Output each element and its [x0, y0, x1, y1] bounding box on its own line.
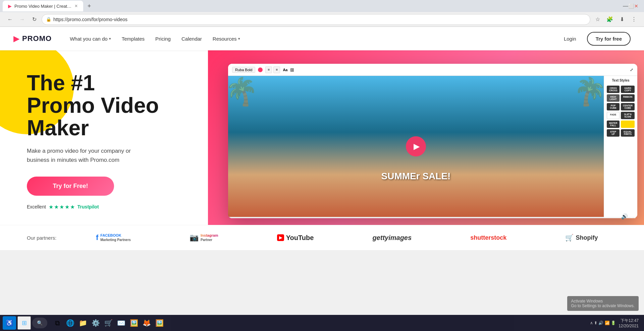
text-size-icon: Aa: [283, 68, 287, 72]
font-selector[interactable]: Ruba Bold: [232, 67, 255, 73]
activate-windows-line1: Activate Windows: [571, 299, 635, 303]
video-overlay-text: SUMMEr SALE!: [381, 171, 451, 182]
taskbar-gallery-icon[interactable]: 🖼️: [153, 317, 165, 329]
partners-logos: f FACEBOOK Marketing Partners 📷 Instagra…: [76, 233, 617, 242]
hero-left: The #1Promo VideoMaker Make a promo vide…: [0, 50, 208, 225]
editor-toolbar: Ruba Bold ≡ ≡ Aa ⊞ ⤢: [228, 64, 637, 76]
menu-button[interactable]: ⋮: [629, 15, 639, 24]
taskbar-explorer-icon[interactable]: 📁: [77, 317, 89, 329]
star-5: ★: [70, 204, 75, 210]
browser-tab[interactable]: ▶ Promo Video Maker | Create C... ✕: [3, 1, 83, 11]
nav-item-calendar[interactable]: Calendar: [177, 33, 207, 44]
nav-actions: Login Try for free: [558, 32, 631, 46]
text-style-ribbon[interactable]: RIBBON: [621, 94, 635, 102]
logo[interactable]: ▶ PROMO: [13, 34, 52, 43]
text-style-equal-parts[interactable]: EQUALPARTS: [621, 129, 635, 137]
expand-icon[interactable]: ⤢: [630, 67, 633, 72]
nav-label-templates: Templates: [122, 36, 145, 42]
minimize-button[interactable]: —: [623, 4, 628, 8]
align-center-icon[interactable]: ≡: [273, 66, 280, 73]
resources-chevron-icon: ▾: [238, 37, 240, 41]
tab-favicon: ▶: [8, 3, 12, 9]
text-style-hard-copy[interactable]: HARDCOPY: [621, 86, 635, 93]
partner-youtube: ▶ YouTube: [277, 234, 314, 242]
text-style-center-cube[interactable]: CENTERCUBE: [621, 103, 635, 110]
grid-icon[interactable]: ⊞: [290, 67, 294, 73]
star-1: ★: [49, 204, 53, 210]
text-style-pop-cube[interactable]: POPCUBE: [607, 103, 620, 110]
text-style-waterfall[interactable]: WATERFALL: [607, 121, 620, 128]
login-button[interactable]: Login: [558, 33, 582, 44]
back-button[interactable]: ←: [5, 15, 15, 24]
nav-item-resources[interactable]: Resources ▾: [208, 33, 245, 44]
taskbar-mail-icon[interactable]: ✉️: [115, 317, 127, 329]
text-style-yellow[interactable]: [621, 121, 635, 128]
hero-subtitle: Make a promo video for your company or b…: [27, 146, 148, 164]
youtube-icon: ▶: [277, 234, 284, 241]
hero-section: The #1Promo VideoMaker Make a promo vide…: [0, 50, 644, 225]
address-bar[interactable]: [53, 17, 586, 22]
address-bar-container: 🔒: [42, 14, 590, 25]
excellent-label: Excellent: [27, 204, 46, 209]
extensions-button[interactable]: 🧩: [605, 15, 614, 24]
play-button[interactable]: ▶: [406, 136, 426, 156]
text-style-slip-slide[interactable]: SLIP'NSLIDE: [621, 112, 635, 119]
text-styles-grid: CRISSCROSS HARDCOPY HIGHLIGHT RIBBON POP…: [607, 86, 635, 137]
maximize-button[interactable]: ⬜: [629, 4, 633, 8]
hero-cta-button[interactable]: Try for Free!: [27, 177, 114, 196]
taskbar: ♿ ⊞ 🔍 ⧉ 🌐 📁 ⚙️ 🛒 ✉️ 🖼️ 🦊 🖼️ ∧ ⬆ 🔊 📶 🔋 下午…: [0, 315, 644, 331]
text-style-step-up[interactable]: STEPUP: [607, 129, 620, 137]
taskbar-firefox-icon[interactable]: 🦊: [141, 317, 153, 329]
instagram-label-1: Instagram: [201, 233, 218, 238]
fullscreen-icon[interactable]: ⛶: [631, 213, 636, 220]
shutterstock-label: shutterstock: [470, 234, 506, 241]
download-button[interactable]: ⬇: [617, 15, 627, 24]
start-button[interactable]: ⊞: [17, 316, 31, 330]
accessibility-icon[interactable]: ♿: [3, 316, 16, 330]
taskbar-right: ∧ ⬆ 🔊 📶 🔋 下午12:47 12/20/2021: [590, 318, 641, 328]
taskbar-view-button[interactable]: ⧉: [51, 317, 63, 329]
system-tray: ∧ ⬆ 🔊 📶 🔋: [590, 321, 616, 325]
color-picker-dot[interactable]: [258, 67, 263, 72]
partners-section: Our partners: f FACEBOOK Marketing Partn…: [0, 225, 644, 250]
text-style-criss-cross[interactable]: CRISSCROSS: [607, 86, 620, 93]
nav-item-what-you-can-do[interactable]: What you can do ▾: [65, 33, 116, 44]
format-buttons: ≡ ≡: [265, 66, 280, 73]
taskbar-search-icon: 🔍: [37, 320, 43, 326]
nav-item-pricing[interactable]: Pricing: [151, 33, 175, 44]
nav-label-resources: Resources: [213, 36, 237, 42]
text-style-fade[interactable]: FADE: [607, 112, 620, 119]
clock[interactable]: 下午12:47 12/20/2021: [619, 318, 639, 328]
text-style-high-light[interactable]: HIGHLIGHT: [607, 94, 620, 102]
facebook-icon: f: [96, 233, 98, 242]
taskbar-search[interactable]: 🔍: [32, 318, 47, 328]
activate-windows-line2: Go to Settings to activate Windows.: [571, 303, 635, 308]
partner-getty: gettyimages: [372, 234, 412, 242]
new-tab-button[interactable]: +: [85, 1, 94, 11]
refresh-button[interactable]: ↻: [30, 15, 39, 24]
volume-icon[interactable]: 🔊: [621, 213, 628, 220]
tab-bar: ▶ Promo Video Maker | Create C... ✕ + — …: [0, 0, 644, 12]
align-left-icon[interactable]: ≡: [265, 66, 272, 73]
editor-body: 🌴 🌴 SUMMEr SALE! ▶ Save: [228, 76, 637, 217]
close-button[interactable]: ✕: [634, 4, 639, 8]
star-rating: ★ ★ ★ ★ ★: [49, 204, 75, 210]
tab-close-button[interactable]: ✕: [74, 4, 78, 8]
instagram-label-2: Partner: [201, 238, 218, 242]
forward-button[interactable]: →: [17, 15, 27, 24]
taskbar-photos-icon[interactable]: 🖼️: [128, 317, 140, 329]
getty-label: gettyimages: [372, 234, 412, 242]
nav-links: What you can do ▾ Templates Pricing Cale…: [65, 33, 558, 44]
taskbar-edge-icon[interactable]: 🌐: [64, 317, 76, 329]
bookmarks-button[interactable]: ☆: [593, 15, 602, 24]
try-for-free-nav-button[interactable]: Try for free: [587, 32, 631, 46]
star-4: ★: [65, 204, 69, 210]
palm-right-icon: 🌴: [574, 76, 604, 107]
taskbar-settings-icon[interactable]: ⚙️: [90, 317, 102, 329]
partner-instagram: 📷 Instagram Partner: [190, 233, 218, 242]
nav-item-templates[interactable]: Templates: [117, 33, 149, 44]
taskbar-store-icon[interactable]: 🛒: [102, 317, 114, 329]
windows-logo-icon: ⊞: [22, 319, 27, 327]
text-styles-header: Text Styles: [607, 79, 635, 82]
logo-text: PROMO: [22, 34, 52, 43]
